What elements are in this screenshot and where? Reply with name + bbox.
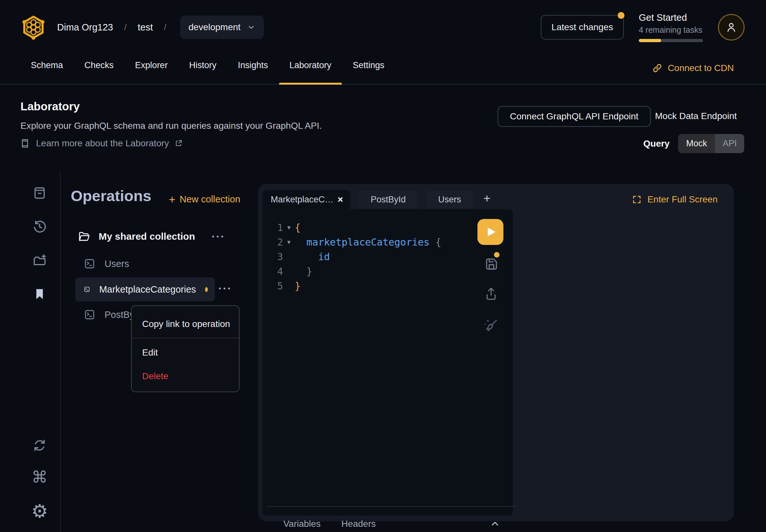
enter-fullscreen-button[interactable]: Enter Full Screen bbox=[632, 194, 718, 205]
run-query-button[interactable] bbox=[478, 219, 504, 245]
terminal-icon bbox=[84, 284, 90, 295]
code-area[interactable]: 1 ▾ { 2 ▾ marketplaceCategories { 3 id 4… bbox=[262, 209, 513, 481]
code-line: 3 id bbox=[262, 249, 513, 264]
chevron-down-icon bbox=[247, 23, 255, 31]
save-operation-button[interactable] bbox=[484, 257, 499, 272]
operation-label: MarketplaceCategories bbox=[99, 284, 196, 295]
new-collection-label: New collection bbox=[179, 194, 240, 205]
connect-graphql-endpoint-button[interactable]: Connect GraphQL API Endpoint bbox=[498, 106, 651, 127]
learn-more-link[interactable]: Learn more about the Laboratory bbox=[20, 138, 182, 149]
operations-title: Operations bbox=[71, 187, 151, 205]
tab-checks[interactable]: Checks bbox=[84, 54, 114, 84]
code-line: 5 } bbox=[262, 279, 513, 293]
code-line: 4 } bbox=[262, 264, 513, 279]
page-description: Explore your GraphQL schema and run quer… bbox=[20, 121, 322, 131]
get-started-title: Get Started bbox=[639, 12, 703, 23]
tab-insights[interactable]: Insights bbox=[238, 54, 268, 84]
tab-settings[interactable]: Settings bbox=[353, 54, 385, 84]
unsaved-changes-dot bbox=[205, 287, 208, 292]
tab-explorer[interactable]: Explorer bbox=[135, 54, 168, 84]
editor-tab-label: MarketplaceC… bbox=[271, 195, 334, 205]
hive-logo-icon[interactable] bbox=[21, 14, 46, 41]
get-started-subtitle: 4 remaining tasks bbox=[639, 25, 703, 35]
get-started-progress-fill bbox=[639, 39, 661, 42]
plus-icon: + bbox=[169, 195, 175, 204]
code-line: 2 ▾ marketplaceCategories { bbox=[262, 235, 513, 249]
bookmark-icon[interactable] bbox=[32, 286, 47, 302]
connect-to-cdn-label: Connect to CDN bbox=[668, 63, 734, 73]
user-avatar[interactable] bbox=[718, 14, 745, 41]
external-link-icon bbox=[175, 139, 182, 147]
latest-changes-button[interactable]: Latest changes bbox=[541, 15, 624, 40]
top-bar: Dima Org123 / test / development Latest … bbox=[21, 9, 745, 45]
line-number: 4 bbox=[262, 264, 283, 279]
editor-tab-bar: MarketplaceC… × PostById Users + bbox=[262, 190, 491, 209]
breadcrumb-org[interactable]: Dima Org123 bbox=[57, 22, 113, 33]
history-icon[interactable] bbox=[32, 219, 47, 235]
toggle-option-api[interactable]: API bbox=[715, 134, 744, 153]
breadcrumb-project[interactable]: test bbox=[138, 22, 153, 33]
operation-context-menu: Copy link to operation Edit Delete bbox=[131, 305, 239, 392]
query-target-toggle: Query Mock API bbox=[643, 134, 744, 153]
notification-dot bbox=[618, 12, 625, 19]
operation-row-users[interactable]: Users bbox=[84, 258, 129, 270]
folder-open-icon bbox=[78, 230, 90, 243]
query-toggle-label: Query bbox=[643, 139, 670, 149]
tab-history[interactable]: History bbox=[189, 54, 216, 84]
operation-row-marketplace-categories[interactable]: MarketplaceCategories bbox=[75, 277, 215, 301]
environment-selector[interactable]: development bbox=[180, 16, 264, 39]
unsaved-changes-dot bbox=[494, 252, 500, 258]
play-icon bbox=[486, 226, 497, 237]
operation-label: Users bbox=[104, 259, 129, 269]
editor-tab-users[interactable]: Users bbox=[426, 190, 473, 209]
close-tab-icon[interactable]: × bbox=[337, 194, 343, 205]
fold-arrow-icon[interactable]: ▾ bbox=[283, 235, 295, 249]
query-editor[interactable]: 1 ▾ { 2 ▾ marketplaceCategories { 3 id 4… bbox=[262, 209, 513, 516]
editor-tab-marketplace[interactable]: MarketplaceC… × bbox=[262, 190, 350, 209]
menu-item-edit[interactable]: Edit bbox=[132, 343, 239, 362]
mock-data-endpoint-link[interactable]: Mock Data Endpoint bbox=[655, 111, 737, 121]
headers-tab[interactable]: Headers bbox=[341, 519, 376, 529]
get-started-widget[interactable]: Get Started 4 remaining tasks bbox=[639, 12, 703, 42]
code-token: { bbox=[430, 235, 441, 249]
chevron-up-icon[interactable] bbox=[490, 519, 500, 529]
command-menu-icon[interactable]: ⌘ bbox=[32, 469, 47, 485]
line-number: 5 bbox=[262, 279, 283, 293]
tab-laboratory[interactable]: Laboratory bbox=[289, 54, 331, 84]
settings-gear-icon[interactable]: ⚙ bbox=[32, 503, 47, 519]
breadcrumb-separator: / bbox=[124, 22, 127, 32]
docs-icon[interactable] bbox=[32, 185, 47, 201]
fullscreen-icon bbox=[632, 195, 642, 204]
prettify-query-button[interactable] bbox=[481, 316, 499, 333]
operation-menu-button[interactable]: ••• bbox=[219, 285, 232, 292]
menu-item-copy-link[interactable]: Copy link to operation bbox=[132, 314, 239, 334]
breadcrumb: Dima Org123 / test / bbox=[57, 22, 166, 33]
code-token: } bbox=[295, 279, 300, 293]
code-token: { bbox=[295, 220, 300, 235]
connect-to-cdn-link[interactable]: Connect to CDN bbox=[652, 63, 734, 73]
tab-schema[interactable]: Schema bbox=[31, 54, 63, 84]
variables-tab[interactable]: Variables bbox=[283, 519, 321, 529]
collection-menu-button[interactable]: ••• bbox=[212, 233, 225, 240]
new-tab-button[interactable]: + bbox=[484, 192, 491, 205]
learn-more-label: Learn more about the Laboratory bbox=[36, 138, 169, 149]
share-operation-button[interactable] bbox=[484, 286, 498, 301]
command-glyph: ⌘ bbox=[31, 468, 48, 487]
toggle-option-mock[interactable]: Mock bbox=[678, 134, 715, 153]
latest-changes-label: Latest changes bbox=[552, 22, 613, 32]
environment-selector-value: development bbox=[188, 22, 240, 32]
collection-row-my-shared-collection[interactable]: My shared collection ••• bbox=[78, 230, 225, 243]
editor-bottom-bar: Variables Headers bbox=[266, 506, 517, 532]
editor-tab-post-by-id[interactable]: PostById bbox=[359, 190, 418, 209]
menu-item-delete[interactable]: Delete bbox=[132, 367, 239, 386]
collection-name: My shared collection bbox=[99, 231, 195, 242]
code-token: id bbox=[295, 249, 330, 264]
rail-divider bbox=[60, 172, 61, 532]
refresh-icon[interactable] bbox=[32, 438, 47, 453]
top-bar-actions: Latest changes Get Started 4 remaining t… bbox=[541, 12, 745, 42]
fold-arrow-icon[interactable]: ▾ bbox=[283, 220, 295, 235]
link-icon bbox=[652, 63, 663, 73]
code-token: marketplaceCategories bbox=[295, 235, 430, 249]
folder-plus-icon[interactable] bbox=[32, 253, 47, 268]
new-collection-button[interactable]: + New collection bbox=[169, 194, 240, 205]
